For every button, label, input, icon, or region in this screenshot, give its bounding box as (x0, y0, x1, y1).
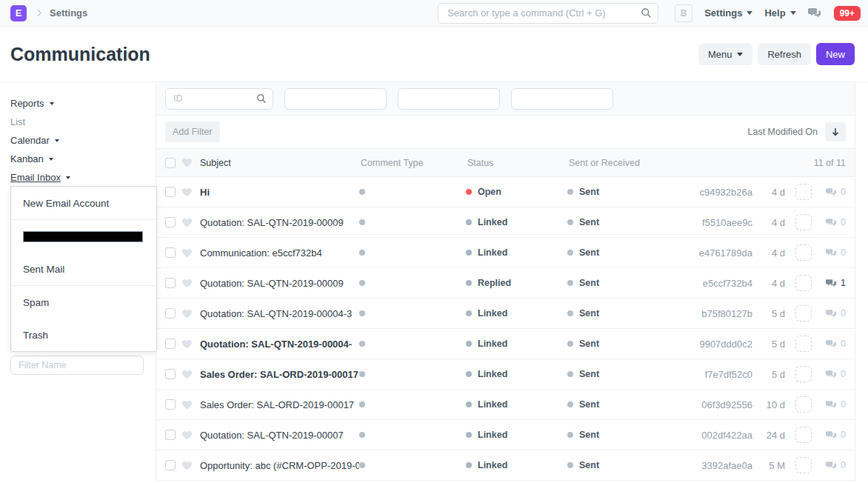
comment-count: 0 (841, 187, 846, 197)
assign-placeholder[interactable] (795, 275, 812, 291)
dropdown-menu-item[interactable]: Trash (11, 319, 156, 351)
settings-menu[interactable]: Settings (704, 7, 752, 19)
row-subject-link[interactable]: Quotation: SAL-QTN-2019-00004-3 (200, 308, 359, 319)
table-row[interactable]: Sales Order: SAL-ORD-2019-00017 Linked S… (156, 359, 855, 390)
row-checkbox[interactable] (165, 217, 176, 227)
navbar-right: B Settings Help 99+ (675, 4, 861, 22)
row-checkbox[interactable] (165, 460, 176, 470)
dropdown-menu-item[interactable]: Spam (11, 286, 156, 319)
table-row[interactable]: Opportunity: abc (#CRM-OPP-2019-0 Linked… (156, 450, 855, 481)
status-label: Linked (478, 399, 507, 410)
chat-icon[interactable] (808, 7, 822, 19)
add-filter-button[interactable]: Add Filter (165, 121, 220, 142)
quick-filter-input-4[interactable] (511, 88, 613, 110)
sidebar-view-item[interactable]: Calendar (10, 134, 145, 146)
heart-icon[interactable] (181, 309, 193, 319)
comment-icon (826, 218, 837, 227)
assign-placeholder[interactable] (795, 305, 812, 322)
row-subject-link[interactable]: Sales Order: SAL-ORD-2019-00017 (200, 369, 359, 380)
row-comments: 0 (812, 187, 846, 197)
dropdown-menu-item[interactable]: Sent Mail (11, 253, 156, 285)
heart-icon[interactable] (181, 339, 193, 349)
heart-icon[interactable] (181, 430, 193, 440)
table-row[interactable]: Quotation: SAL-QTN-2019-00007 Linked Sen… (156, 420, 855, 450)
assign-placeholder[interactable] (795, 366, 812, 382)
row-age: 5 M (752, 460, 785, 471)
row-checkbox[interactable] (165, 339, 176, 349)
row-age: 4 d (752, 217, 785, 228)
heart-icon[interactable] (181, 158, 193, 167)
avatar[interactable]: B (675, 4, 692, 22)
table-row[interactable]: Quotation: SAL-QTN-2019-00009 Replied Se… (156, 268, 855, 299)
row-subject-link[interactable]: Communication: e5ccf732b4 (200, 247, 359, 259)
row-subject-link[interactable]: Quotation: SAL-QTN-2019-00009 (200, 217, 359, 228)
sent-dot (567, 250, 573, 256)
assign-placeholder[interactable] (795, 427, 812, 443)
quick-filter-input-2[interactable] (284, 88, 387, 110)
quick-filter-input-3[interactable] (398, 88, 500, 110)
table-row[interactable]: Quotation: SAL-QTN-2019-00004-3 Linked S… (156, 299, 855, 329)
table-row[interactable]: Hi Open Sent c94932b26a 4 d 0 (156, 177, 855, 207)
sent-label: Sent (579, 460, 599, 470)
table-row[interactable]: Quotation: SAL-QTN-2019-00004- Linked Se… (156, 329, 855, 359)
row-sent-or-received: Sent (567, 278, 678, 288)
row-checkbox[interactable] (165, 399, 176, 410)
chevron-down-icon (790, 11, 796, 15)
sidebar-view-item[interactable]: Email Inbox (10, 171, 145, 183)
heart-icon[interactable] (181, 218, 193, 227)
heart-icon[interactable] (181, 279, 193, 288)
heart-icon[interactable] (181, 370, 193, 379)
dropdown-menu-item-account[interactable] (11, 220, 156, 253)
status-dot (466, 432, 472, 438)
arrow-down-icon (831, 127, 840, 136)
sidebar-view-item[interactable]: Reports (10, 97, 145, 109)
row-subject-link[interactable]: Quotation: SAL-QTN-2019-00007 (200, 430, 359, 441)
sidebar-view-item[interactable]: Kanban (10, 153, 145, 164)
breadcrumb[interactable]: Settings (50, 7, 87, 19)
sort-selector: Last Modified On (748, 122, 847, 141)
sort-direction-button[interactable] (825, 122, 846, 141)
result-count: 11 of 11 (680, 158, 846, 168)
assign-placeholder[interactable] (795, 184, 812, 200)
comment-count: 0 (841, 369, 846, 379)
refresh-button[interactable]: Refresh (758, 43, 811, 65)
new-button[interactable]: New (816, 43, 855, 65)
table-row[interactable]: Sales Order: SAL-ORD-2019-00017 Linked S… (156, 390, 855, 420)
row-subject-link[interactable]: Quotation: SAL-QTN-2019-00004- (200, 339, 359, 350)
row-subject-link[interactable]: Hi (200, 187, 359, 198)
row-checkbox[interactable] (165, 308, 176, 319)
help-menu[interactable]: Help (764, 7, 795, 19)
assign-placeholder[interactable] (795, 457, 812, 473)
status-dot (466, 189, 472, 195)
sidebar-view-item[interactable]: List (10, 116, 145, 127)
row-subject-link[interactable]: Sales Order: SAL-ORD-2019-00017 (200, 399, 359, 410)
row-checkbox[interactable] (165, 247, 176, 258)
assign-placeholder[interactable] (795, 244, 812, 261)
row-checkbox[interactable] (165, 430, 176, 440)
row-checkbox[interactable] (165, 278, 176, 288)
heart-icon[interactable] (181, 248, 193, 258)
table-row[interactable]: Quotation: SAL-QTN-2019-00009 Linked Sen… (156, 207, 855, 238)
assign-placeholder[interactable] (795, 396, 812, 413)
dropdown-menu-item[interactable]: New Email Account (11, 187, 156, 219)
select-all-checkbox[interactable] (165, 158, 176, 168)
app-logo[interactable]: E (10, 5, 27, 21)
row-checkbox[interactable] (165, 187, 176, 197)
table-row[interactable]: Communication: e5ccf732b4 Linked Sent e4… (156, 238, 855, 268)
heart-icon[interactable] (181, 187, 193, 197)
search-input[interactable] (438, 3, 658, 24)
sort-by-label[interactable]: Last Modified On (748, 127, 818, 137)
header-checkbox-cell (165, 158, 181, 168)
notification-badge[interactable]: 99+ (834, 6, 861, 21)
row-checkbox[interactable] (165, 369, 176, 379)
row-assign-cell (785, 275, 812, 291)
menu-button[interactable]: Menu (698, 43, 753, 65)
heart-icon[interactable] (181, 461, 193, 470)
row-subject-link[interactable]: Opportunity: abc (#CRM-OPP-2019-0 (200, 460, 359, 471)
assign-placeholder[interactable] (795, 214, 812, 230)
row-subject-link[interactable]: Quotation: SAL-QTN-2019-00009 (200, 278, 359, 289)
filter-name-input[interactable] (10, 356, 144, 375)
assign-placeholder[interactable] (795, 336, 812, 352)
row-assign-cell (785, 396, 812, 413)
heart-icon[interactable] (181, 400, 193, 410)
